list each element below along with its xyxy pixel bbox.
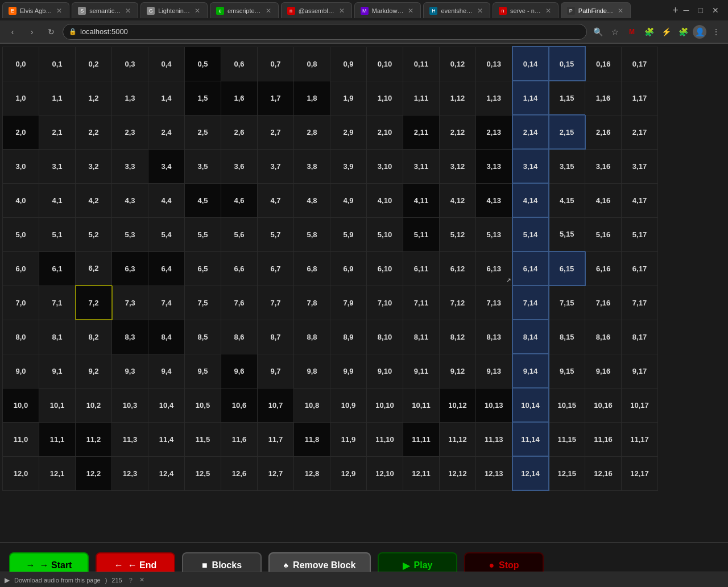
cell-4-4[interactable]: 4,4 xyxy=(148,183,185,217)
gmail-icon[interactable]: M xyxy=(624,24,639,39)
cell-5-6[interactable]: 5,6 xyxy=(221,217,258,251)
tab-tab9[interactable]: PPathFinde…✕ xyxy=(561,2,631,18)
cell-11-14[interactable]: 11,14 xyxy=(512,422,549,456)
cell-0-14[interactable]: 0,14 xyxy=(512,47,549,81)
cell-10-5[interactable]: 10,5 xyxy=(185,388,221,422)
tab-close-tab6[interactable]: ✕ xyxy=(407,7,415,15)
cell-10-3[interactable]: 10,3 xyxy=(112,388,148,422)
cell-3-0[interactable]: 3,0 xyxy=(3,149,39,183)
cell-3-14[interactable]: 3,14 xyxy=(512,149,549,183)
cell-11-9[interactable]: 11,9 xyxy=(330,422,367,456)
cell-1-8[interactable]: 1,8 xyxy=(294,81,330,115)
cell-6-7[interactable]: 6,7 xyxy=(258,251,294,286)
cell-7-12[interactable]: 7,12 xyxy=(440,286,476,320)
cell-10-4[interactable]: 10,4 xyxy=(148,388,185,422)
tab-tab6[interactable]: MMarkdow…✕ xyxy=(354,2,421,18)
cell-9-16[interactable]: 9,16 xyxy=(585,354,622,388)
cell-11-15[interactable]: 11,15 xyxy=(549,422,585,456)
cell-1-10[interactable]: 1,10 xyxy=(367,81,403,115)
cell-2-3[interactable]: 2,3 xyxy=(112,115,148,149)
cell-2-1[interactable]: 2,1 xyxy=(39,115,76,149)
cell-9-17[interactable]: 9,17 xyxy=(622,354,658,388)
tab-close-tab1[interactable]: ✕ xyxy=(55,7,63,15)
cell-12-12[interactable]: 12,12 xyxy=(440,456,476,490)
cell-9-13[interactable]: 9,13 xyxy=(476,354,512,388)
cell-8-14[interactable]: 8,14 xyxy=(512,320,549,354)
cell-12-9[interactable]: 12,9 xyxy=(330,456,367,490)
tab-tab4[interactable]: eemscripte…✕ xyxy=(210,2,279,18)
cell-10-13[interactable]: 10,13 xyxy=(476,388,512,422)
cell-9-2[interactable]: 9,2 xyxy=(76,354,112,388)
cell-7-13[interactable]: 7,13 xyxy=(476,286,512,320)
cell-0-11[interactable]: 0,11 xyxy=(403,47,440,81)
cell-4-15[interactable]: 4,15 xyxy=(549,183,585,217)
cell-11-8[interactable]: 11,8 xyxy=(294,422,330,456)
cell-4-9[interactable]: 4,9 xyxy=(330,183,367,217)
cell-12-3[interactable]: 12,3 xyxy=(112,456,148,490)
cell-12-17[interactable]: 12,17 xyxy=(622,456,658,490)
back-button[interactable]: ‹ xyxy=(5,24,20,40)
cell-5-12[interactable]: 5,12 xyxy=(440,217,476,251)
cell-4-2[interactable]: 4,2 xyxy=(76,183,112,217)
cell-4-16[interactable]: 4,16 xyxy=(585,183,622,217)
tab-close-tab9[interactable]: ✕ xyxy=(617,7,624,15)
cell-3-1[interactable]: 3,1 xyxy=(39,149,76,183)
cell-7-2[interactable]: 7,2 xyxy=(76,286,112,320)
cell-12-10[interactable]: 12,10 xyxy=(367,456,403,490)
cell-5-15[interactable]: 5,15 xyxy=(549,217,585,251)
cell-0-0[interactable]: 0,0 xyxy=(3,47,39,81)
tab-tab2[interactable]: Ssemantic…✕ xyxy=(72,2,138,18)
cell-1-16[interactable]: 1,16 xyxy=(585,81,622,115)
tab-close-tab5[interactable]: ✕ xyxy=(338,7,346,15)
cell-11-12[interactable]: 11,12 xyxy=(440,422,476,456)
cell-8-9[interactable]: 8,9 xyxy=(330,320,367,354)
cell-2-16[interactable]: 2,16 xyxy=(585,115,622,149)
cell-9-3[interactable]: 9,3 xyxy=(112,354,148,388)
cell-9-6[interactable]: 9,6 xyxy=(221,354,258,388)
cell-8-6[interactable]: 8,6 xyxy=(221,320,258,354)
cell-3-8[interactable]: 3,8 xyxy=(294,149,330,183)
cell-10-14[interactable]: 10,14 xyxy=(512,388,549,422)
cell-3-4[interactable]: 3,4 xyxy=(148,149,185,183)
cell-9-15[interactable]: 9,15 xyxy=(549,354,585,388)
cell-0-15[interactable]: 0,15 xyxy=(549,47,585,81)
cell-11-17[interactable]: 11,17 xyxy=(622,422,658,456)
cell-6-1[interactable]: 6,1 xyxy=(39,251,76,286)
cell-7-8[interactable]: 7,8 xyxy=(294,286,330,320)
cell-11-4[interactable]: 11,4 xyxy=(148,422,185,456)
cell-4-11[interactable]: 4,11 xyxy=(403,183,440,217)
cell-9-8[interactable]: 9,8 xyxy=(294,354,330,388)
cell-1-17[interactable]: 1,17 xyxy=(622,81,658,115)
cell-9-12[interactable]: 9,12 xyxy=(440,354,476,388)
cell-10-2[interactable]: 10,2 xyxy=(76,388,112,422)
cell-2-6[interactable]: 2,6 xyxy=(221,115,258,149)
cell-6-3[interactable]: 6,3 xyxy=(112,251,148,286)
extension2-icon[interactable]: ⚡ xyxy=(659,24,673,39)
cell-1-3[interactable]: 1,3 xyxy=(112,81,148,115)
cell-6-11[interactable]: 6,11 xyxy=(403,251,440,286)
cell-4-13[interactable]: 4,13 xyxy=(476,183,512,217)
cell-1-4[interactable]: 1,4 xyxy=(148,81,185,115)
cell-5-14[interactable]: 5,14 xyxy=(512,217,549,251)
cell-11-1[interactable]: 11,1 xyxy=(39,422,76,456)
cell-1-0[interactable]: 1,0 xyxy=(3,81,39,115)
cell-9-11[interactable]: 9,11 xyxy=(403,354,440,388)
cell-1-7[interactable]: 1,7 xyxy=(258,81,294,115)
cell-11-2[interactable]: 11,2 xyxy=(76,422,112,456)
cell-0-2[interactable]: 0,2 xyxy=(76,47,112,81)
cell-8-13[interactable]: 8,13 xyxy=(476,320,512,354)
cell-5-17[interactable]: 5,17 xyxy=(622,217,658,251)
cell-11-7[interactable]: 11,7 xyxy=(258,422,294,456)
cell-11-10[interactable]: 11,10 xyxy=(367,422,403,456)
cell-0-4[interactable]: 0,4 xyxy=(148,47,185,81)
cell-3-10[interactable]: 3,10 xyxy=(367,149,403,183)
cell-7-5[interactable]: 7,5 xyxy=(185,286,221,320)
cell-6-17[interactable]: 6,17 xyxy=(622,251,658,286)
cell-10-17[interactable]: 10,17 xyxy=(622,388,658,422)
cell-9-10[interactable]: 9,10 xyxy=(367,354,403,388)
cell-12-5[interactable]: 12,5 xyxy=(185,456,221,490)
cell-3-13[interactable]: 3,13 xyxy=(476,149,512,183)
cell-6-13[interactable]: 6,13↗ xyxy=(476,251,512,286)
cell-7-9[interactable]: 7,9 xyxy=(330,286,367,320)
cell-7-3[interactable]: 7,3 xyxy=(112,286,148,320)
